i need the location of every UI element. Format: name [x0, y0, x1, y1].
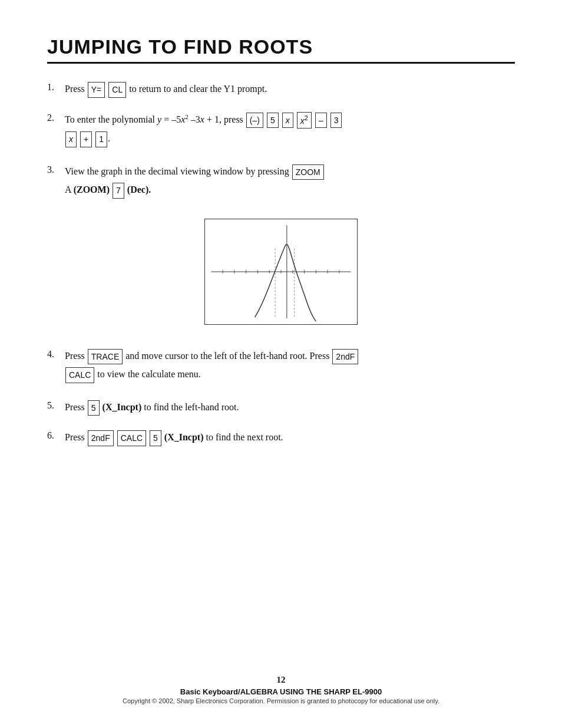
steps-list-2: 4. Press TRACE and move cursor to the le…	[47, 348, 515, 446]
step-3-num: 3.	[47, 164, 65, 175]
graph-container	[47, 219, 515, 325]
key-2ndf-1: 2ndF	[332, 349, 358, 364]
key-plus: +	[80, 131, 92, 147]
key-calc-1: CALC	[65, 367, 94, 383]
step-3: 3. View the graph in the decimal viewing…	[47, 164, 515, 201]
key-zoom: ZOOM	[292, 164, 324, 180]
step-2-content: To enter the polynomial y = –5x2 –3x + 1…	[65, 112, 515, 150]
footer-copyright: Copyright © 2002, Sharp Electronics Corp…	[0, 697, 562, 704]
step-6-num: 6.	[47, 430, 65, 441]
step-6-content: Press 2ndF CALC 5 (X_Incpt) to find the …	[65, 430, 515, 446]
graph-svg	[205, 219, 357, 324]
step-2-equation: y	[157, 114, 161, 124]
key-trace: TRACE	[88, 349, 123, 364]
step-5-num: 5.	[47, 400, 65, 411]
graph-box	[204, 219, 358, 325]
key-neg: (–)	[246, 113, 263, 128]
step-3-zoom-label: (ZOOM)	[74, 185, 110, 195]
key-y-equals: Y=	[88, 82, 105, 97]
key-5b: 5	[88, 400, 100, 416]
step-6-label: (X_Incpt)	[164, 432, 204, 442]
step-4-content: Press TRACE and move cursor to the left …	[65, 348, 515, 386]
page-title: JUMPING TO FIND ROOTS	[47, 35, 515, 58]
footer-title: Basic Keyboard/ALGEBRA USING THE SHARP E…	[0, 687, 562, 696]
key-xsq: x2	[297, 112, 312, 129]
step-1-num: 1.	[47, 81, 65, 93]
step-6: 6. Press 2ndF CALC 5 (X_Incpt) to find t…	[47, 430, 515, 446]
steps-list: 1. Press Y= CL to return to and clear th…	[47, 81, 515, 201]
step-1: 1. Press Y= CL to return to and clear th…	[47, 81, 515, 98]
step-4-num: 4.	[47, 348, 65, 360]
key-minus: –	[315, 113, 327, 128]
step-3-content: View the graph in the decimal viewing wi…	[65, 164, 515, 201]
key-x2: x	[65, 131, 77, 147]
step-2: 2. To enter the polynomial y = –5x2 –3x …	[47, 112, 515, 150]
step-4: 4. Press TRACE and move cursor to the le…	[47, 348, 515, 386]
key-5a: 5	[267, 113, 279, 128]
step-5-label: (X_Incpt)	[103, 402, 142, 412]
footer: 12 Basic Keyboard/ALGEBRA USING THE SHAR…	[0, 675, 562, 704]
key-1: 1	[95, 131, 107, 147]
key-calc-2: CALC	[117, 430, 146, 446]
key-7: 7	[113, 183, 124, 198]
key-2ndf-2: 2ndF	[88, 430, 114, 446]
step-1-content: Press Y= CL to return to and clear the Y…	[65, 81, 515, 98]
step-5: 5. Press 5 (X_Incpt) to find the left-ha…	[47, 400, 515, 416]
key-5c: 5	[150, 430, 161, 446]
step-3-dec-label: (Dec).	[127, 185, 151, 195]
key-cl: CL	[108, 82, 126, 97]
key-3: 3	[330, 113, 342, 128]
step-5-content: Press 5 (X_Incpt) to find the left-hand …	[65, 400, 515, 416]
title-divider	[47, 62, 515, 64]
key-x1: x	[282, 113, 293, 128]
step-2-num: 2.	[47, 112, 65, 123]
footer-page-num: 12	[0, 675, 562, 685]
